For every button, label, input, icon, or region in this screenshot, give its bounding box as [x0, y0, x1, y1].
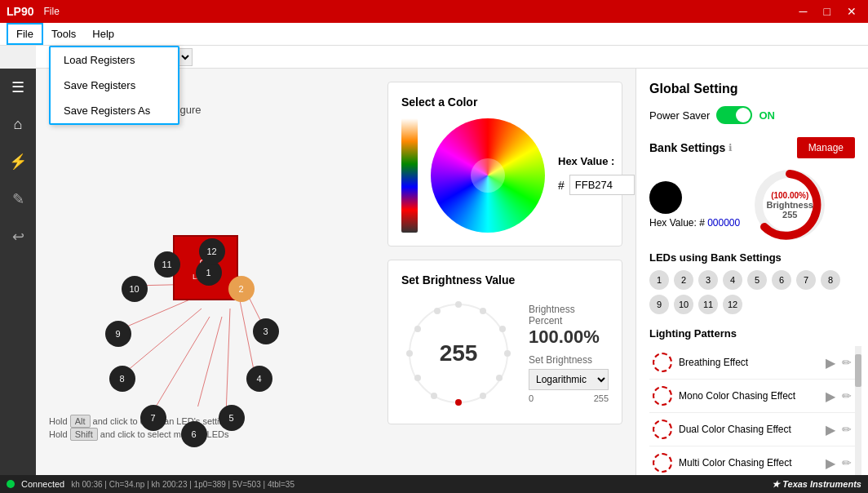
breathing-name: Breathing Effect: [679, 357, 819, 368]
file-dropdown: Load Registers Save Registers Save Regis…: [49, 46, 179, 125]
status-right: ★ Texas Instruments: [772, 479, 861, 490]
color-picker-card: Select a Color Hex Value : #: [388, 82, 622, 246]
led-node-12[interactable]: 12: [199, 238, 225, 264]
led-num-10[interactable]: 10: [674, 295, 693, 314]
shift-key: Shift: [70, 428, 98, 441]
arc-gauge: (100.00%) Brightness 255: [753, 168, 826, 242]
led-num-1[interactable]: 1: [649, 270, 669, 290]
statusbar: Connected kh 00:36 | Ch=34.np | kh 200:2…: [0, 475, 868, 493]
led-num-9[interactable]: 9: [649, 295, 669, 314]
led-num-5[interactable]: 5: [747, 270, 767, 290]
led-num-6[interactable]: 6: [772, 270, 791, 290]
sidebar-back-icon[interactable]: ↩: [9, 224, 28, 249]
leds-bank-title: LEDs using Bank Settings: [649, 251, 855, 264]
breathing-play[interactable]: ▶: [826, 355, 835, 371]
minimize-button[interactable]: ─: [795, 3, 813, 20]
scale-min: 0: [529, 393, 534, 403]
bank-color-circle: [649, 181, 682, 214]
sidebar-lightning-icon[interactable]: ⚡: [6, 149, 30, 174]
svg-point-24: [434, 308, 441, 314]
sidebar-menu-icon[interactable]: ☰: [8, 75, 28, 100]
mono-name: Mono Color Chasing Effect: [679, 390, 819, 402]
close-button[interactable]: ✕: [842, 3, 861, 20]
svg-point-18: [480, 393, 486, 399]
svg-point-20: [431, 393, 437, 399]
save-registers-item[interactable]: Save Registers: [51, 73, 178, 98]
menu-file[interactable]: File: [7, 23, 43, 45]
color-wheel[interactable]: [431, 118, 545, 233]
power-saver-label: Power Saver: [649, 109, 710, 122]
led-node-6[interactable]: 6: [181, 421, 207, 447]
status-left: Connected kh 00:36 | Ch=34.np | kh 200:2…: [7, 479, 294, 489]
svg-line-8: [117, 296, 197, 331]
arc-value: (100.00%) Brightness 255: [766, 191, 813, 220]
titlebar: LP90 File ─ □ ✕: [0, 0, 868, 23]
arc-brightness-value: 255: [782, 210, 797, 220]
brightness-scale: 0 255: [529, 393, 609, 403]
led-node-7[interactable]: 7: [140, 405, 166, 431]
menubar: File Tools Help Load Registers Save Regi…: [0, 23, 868, 46]
menu-tools[interactable]: Tools: [43, 24, 84, 43]
brightness-title: Set Brightness Value: [401, 273, 609, 286]
led-node-8[interactable]: 8: [109, 366, 135, 392]
led-node-4[interactable]: 4: [246, 366, 272, 392]
breathing-edit[interactable]: ✏: [842, 356, 852, 369]
menu-help[interactable]: Help: [84, 24, 122, 43]
hex-input[interactable]: [569, 175, 635, 195]
brightness-card: Set Brightness Value: [388, 260, 622, 424]
alt-key: Alt: [70, 415, 91, 428]
power-saver-toggle[interactable]: [716, 106, 752, 124]
led-node-5[interactable]: 5: [219, 405, 245, 431]
brightness-percent-value: 100.00%: [529, 326, 609, 348]
brightness-mode-select[interactable]: Logarithmic Linear: [529, 369, 609, 390]
shift-instruction: and click to select multiple LEDs: [100, 429, 229, 439]
dual-edit[interactable]: ✏: [842, 423, 852, 436]
bank-settings-row: Bank Settings ℹ Manage: [649, 137, 855, 158]
hex-label: Hex Value :: [558, 155, 636, 167]
load-registers-item[interactable]: Load Registers: [51, 47, 178, 73]
svg-line-4: [226, 309, 230, 406]
file-menu-titlebar: File: [43, 6, 59, 17]
patterns-list: Breathing Effect ▶ ✏ Mono Color Chasing …: [649, 346, 855, 475]
mono-play[interactable]: ▶: [826, 389, 835, 404]
svg-point-21: [414, 375, 421, 381]
mono-edit[interactable]: ✏: [842, 389, 852, 402]
hex-bank-value: 000000: [707, 217, 740, 229]
led-num-4[interactable]: 4: [723, 270, 742, 290]
multi-edit[interactable]: ✏: [842, 456, 852, 469]
svg-line-5: [191, 317, 222, 406]
scroll-thumb[interactable]: [855, 354, 861, 387]
led-num-7[interactable]: 7: [796, 270, 816, 290]
led-num-11[interactable]: 11: [698, 295, 718, 314]
manage-button[interactable]: Manage: [797, 137, 855, 158]
maximize-button[interactable]: □: [819, 3, 835, 20]
brightness-percent-label: Brightness Percent: [529, 304, 609, 326]
sidebar-edit-icon[interactable]: ✎: [9, 187, 28, 211]
multi-play[interactable]: ▶: [826, 455, 835, 471]
save-registers-as-item[interactable]: Save Registers As: [51, 98, 178, 123]
led-node-9[interactable]: 9: [105, 321, 131, 347]
led-num-8[interactable]: 8: [821, 270, 840, 290]
led-node-3[interactable]: 3: [253, 318, 279, 344]
led-node-10[interactable]: 10: [122, 276, 148, 302]
svg-line-6: [150, 317, 210, 406]
led-num-3[interactable]: 3: [698, 270, 718, 290]
ti-logo: ★ Texas Instruments: [772, 479, 861, 490]
pattern-dual: Dual Color Chasing Effect ▶ ✏: [649, 413, 855, 446]
scroll-track[interactable]: [855, 346, 861, 475]
sidebar-home-icon[interactable]: ⌂: [11, 113, 26, 136]
led-num-12[interactable]: 12: [723, 295, 742, 314]
led-num-2[interactable]: 2: [674, 270, 693, 290]
center-panel: Select a Color Hex Value : # Set Brigh: [374, 69, 636, 475]
pattern-multi: Multi Color Chasing Effect ▶ ✏: [649, 446, 855, 475]
dual-play[interactable]: ▶: [826, 422, 835, 437]
svg-line-3: [238, 292, 255, 374]
color-strip[interactable]: [401, 118, 418, 233]
led-node-11[interactable]: 11: [154, 251, 180, 278]
svg-point-14: [480, 308, 486, 314]
svg-line-7: [122, 309, 202, 375]
patterns-title: Lighting Patterns: [649, 327, 855, 340]
status-info: kh 00:36 | Ch=34.np | kh 200:23 | 1p0=38…: [71, 480, 294, 489]
arc-percent: (100.00%): [766, 191, 813, 200]
led-node-2[interactable]: 2: [228, 276, 255, 302]
